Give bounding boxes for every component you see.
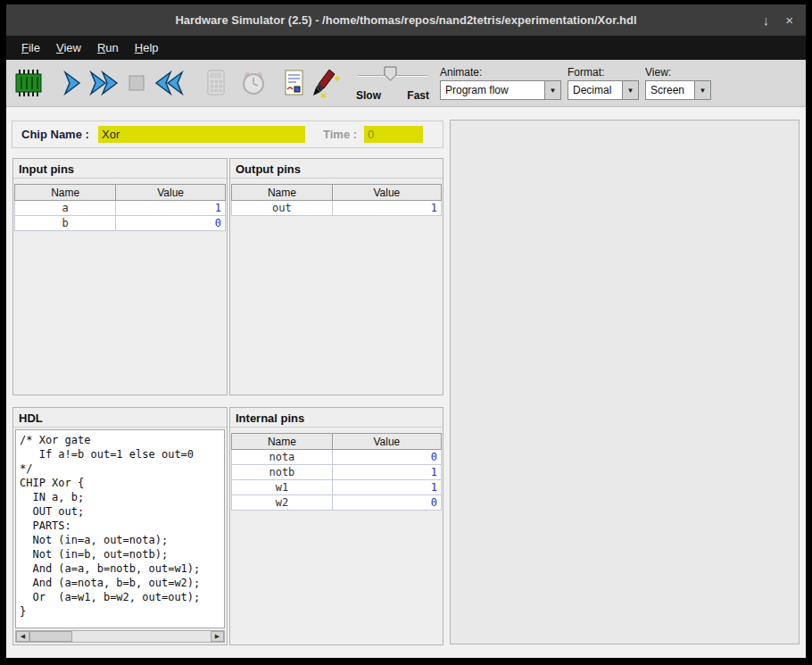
pin-value: 1 [332,465,441,480]
hdl-code-line: Or (a=w1, b=w2, out=out); [20,590,220,604]
minimize-icon[interactable]: ↓ [763,12,770,28]
window-title: Hardware Simulator (2.5) - /home/thomas/… [175,13,636,27]
hdl-code-line: If a!=b out=1 else out=0 [20,447,220,461]
chip-name-label: Chip Name : [21,128,89,141]
hdl-code-line: PARTS: [20,519,220,533]
pin-name: w1 [232,480,333,495]
format-label: Format: [568,66,639,79]
animate-combobox[interactable]: Program flow ▼ [440,80,561,100]
hdl-panel: HDL /* Xor gate If a!=b out=1 else out=0… [12,407,228,645]
format-combo-group: Format: Decimal ▼ [568,62,639,104]
pin-value[interactable]: 0 [116,216,226,231]
stop-button [123,63,150,103]
close-icon[interactable]: × [785,12,793,28]
pin-value[interactable]: 1 [116,201,226,216]
step-forward-icon [57,69,86,97]
clock-button [239,63,268,103]
hdl-code-line: IN a, b; [20,490,220,504]
menu-item-file[interactable]: File [13,37,48,58]
time-label: Time : [323,128,357,141]
hdl-code-line: Not (in=b, out=notb); [20,547,220,561]
output-pins-title: Output pins [230,159,443,179]
run-button[interactable] [87,63,121,103]
hdl-code-line: And (a=a, b=notb, out=w1); [20,561,220,576]
pin-name: notb [232,465,333,480]
stop-icon [123,70,150,96]
view-combobox[interactable]: Screen ▼ [645,80,711,100]
pin-row-w2: w2 0 [232,495,442,511]
format-combobox[interactable]: Decimal ▼ [568,80,639,100]
hdl-code-line: And (a=nota, b=b, out=w2); [20,576,220,590]
reset-button[interactable] [152,63,186,103]
calculator-icon [202,68,230,98]
view-label: View: [645,66,711,79]
internal-pins-title: Internal pins [230,408,443,428]
script-icon [280,68,309,98]
view-value: Screen [646,84,694,96]
chevron-down-icon[interactable]: ▼ [622,81,638,99]
hdl-code-line: */ [20,461,220,476]
scroll-left-icon[interactable]: ◀ [16,631,29,642]
titlebar: Hardware Simulator (2.5) - /home/thomas/… [6,4,806,36]
animate-value: Program flow [441,84,544,96]
chevron-down-icon[interactable]: ▼ [544,81,560,99]
pin-row-b: b 0 [15,216,226,231]
column-header-value: Value [332,185,441,201]
time-field: 0 [364,126,423,143]
pin-name: out [232,201,333,216]
hdl-code-line: Not (in=a, out=nota); [20,533,220,547]
slider-thumb-icon[interactable] [384,66,397,81]
pin-row-a: a 1 [15,201,226,216]
output-pins-panel: Output pins Name Value out 1 [229,158,443,395]
menubar: FileViewRunHelp [6,36,806,60]
pin-row-out: out 1 [232,201,442,216]
calculator-button [202,63,230,103]
pin-name: b [15,216,116,231]
hdl-horizontal-scrollbar[interactable]: ◀ ▶ [15,630,225,643]
speed-slider[interactable]: Slow Fast [356,63,429,103]
table-header-row: Name Value [232,185,442,201]
input-pins-panel: Input pins Name Value a 1 b 0 [12,158,228,395]
paintbrush-icon [311,68,343,98]
slider-slow-label: Slow [356,89,381,102]
scrollbar-track[interactable] [72,631,211,642]
table-header-row: Name Value [232,434,442,450]
messages-button[interactable] [311,63,343,103]
hdl-title: HDL [13,408,227,428]
pin-name: nota [232,450,333,465]
load-chip-button[interactable] [12,63,45,103]
pin-value: 1 [332,480,441,495]
input-pins-title: Input pins [13,159,227,179]
slider-fast-label: Fast [407,89,429,102]
script-button[interactable] [280,63,309,103]
menu-item-view[interactable]: View [48,37,89,58]
column-header-value: Value [116,185,226,201]
column-header-name: Name [15,185,116,201]
column-header-value: Value [332,434,441,450]
internal-pins-panel: Internal pins Name Value nota 0 notb [229,407,443,645]
internal-pins-table: Name Value nota 0 notb 1 w1 1 [231,433,442,511]
screen-view-panel [450,120,800,644]
menu-item-run[interactable]: Run [89,37,127,58]
app-window: Hardware Simulator (2.5) - /home/thomas/… [6,4,806,658]
rewind-icon [152,69,186,97]
pin-name: w2 [232,495,333,511]
menu-item-help[interactable]: Help [127,37,167,58]
scroll-right-icon[interactable]: ▶ [211,631,224,642]
pin-row-notb: notb 1 [232,465,442,480]
hdl-code-area[interactable]: /* Xor gate If a!=b out=1 else out=0*/CH… [15,429,225,628]
pin-value: 0 [332,495,441,511]
chip-icon [12,68,45,98]
format-value: Decimal [568,84,622,96]
column-header-name: Name [232,434,333,450]
pin-value: 1 [332,201,441,216]
hdl-code-line: } [20,604,220,619]
scrollbar-thumb[interactable] [29,631,72,642]
pin-name: a [15,201,116,216]
pin-value: 0 [332,450,441,465]
single-step-button[interactable] [57,63,86,103]
hdl-code-line: /* Xor gate [20,433,220,447]
chevron-down-icon[interactable]: ▼ [694,81,710,99]
pin-row-nota: nota 0 [232,450,442,465]
view-combo-group: View: Screen ▼ [645,62,711,104]
